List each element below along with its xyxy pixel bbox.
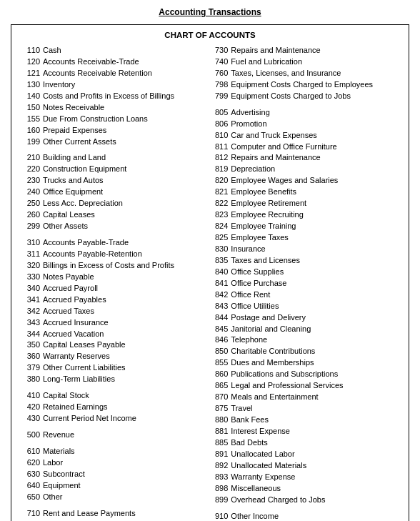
account-item: 342Accrued Taxes (20, 306, 196, 317)
account-name: Labor (43, 457, 196, 469)
account-item: 310Accounts Payable-Trade (20, 237, 196, 249)
account-number: 342 (20, 306, 40, 317)
account-number: 330 (20, 272, 40, 283)
account-name: Taxes, Licenses, and Insurance (231, 68, 400, 79)
account-number: 821 (208, 187, 228, 198)
account-name: Billings in Excess of Costs and Profits (43, 260, 196, 272)
spacer (208, 506, 400, 511)
account-name: Telephone (231, 334, 400, 346)
account-item: 892Unallocated Materials (208, 460, 400, 472)
account-number: 299 (20, 221, 40, 232)
account-item: 910Other Income (208, 511, 400, 522)
account-name: Prepaid Expenses (43, 125, 196, 137)
account-item: 250Less Acc. Depreciation (20, 198, 196, 209)
account-name: Repairs and Maintenance (231, 152, 400, 164)
account-number: 825 (208, 232, 228, 244)
account-number: 360 (20, 351, 40, 362)
account-name: Advertising (231, 107, 400, 119)
account-item: 150Notes Receivable (20, 102, 196, 114)
account-item: 842Office Rent (208, 289, 400, 301)
account-name: Employee Retirement (231, 198, 400, 209)
account-number: 898 (208, 483, 228, 495)
account-number: 910 (208, 511, 228, 522)
spacer (20, 425, 196, 430)
account-number: 110 (20, 45, 40, 56)
account-number: 140 (20, 91, 40, 102)
account-item: 885Bad Debts (208, 437, 400, 449)
account-name: Costs and Profits in Excess of Billings (43, 91, 196, 102)
account-item: 760Taxes, Licenses, and Insurance (208, 68, 400, 79)
account-item: 110Cash (20, 45, 196, 56)
account-item: 500Revenue (20, 430, 196, 441)
account-number: 430 (20, 413, 40, 425)
account-number: 310 (20, 237, 40, 249)
account-number: 199 (20, 137, 40, 148)
account-number: 842 (208, 289, 228, 301)
account-name: Dues and Memberships (231, 357, 400, 369)
account-number: 798 (208, 79, 228, 91)
left-column: 110Cash120Accounts Receivable-Trade121Ac… (20, 45, 202, 521)
account-name: Charitable Contributions (231, 346, 400, 357)
account-number: 799 (208, 91, 228, 102)
spacer (20, 232, 196, 237)
account-number: 811 (208, 142, 228, 153)
account-number: 420 (20, 402, 40, 413)
account-item: 798Equipment Costs Charged to Employees (208, 79, 400, 91)
account-name: Building and Land (43, 152, 196, 164)
account-name: Fuel and Lubrication (231, 56, 400, 68)
account-item: 822Employee Retirement (208, 198, 400, 209)
account-number: 230 (20, 175, 40, 187)
account-number: 843 (208, 301, 228, 312)
account-item: 341Accrued Payables (20, 294, 196, 306)
account-name: Cash (43, 45, 196, 56)
account-number: 806 (208, 119, 228, 130)
account-name: Car and Truck Expenses (231, 130, 400, 142)
account-number: 240 (20, 187, 40, 198)
account-number: 640 (20, 480, 40, 492)
account-item: 299Other Assets (20, 221, 196, 232)
account-number: 885 (208, 437, 228, 449)
account-item: 821Employee Benefits (208, 187, 400, 198)
account-item: 805Advertising (208, 107, 400, 119)
account-item: 893Warranty Expense (208, 472, 400, 483)
chart-container: CHART OF ACCOUNTS 110Cash120Accounts Rec… (11, 24, 409, 521)
account-item: 799Equipment Costs Charged to Jobs (208, 91, 400, 102)
account-number: 880 (208, 415, 228, 426)
account-item: 899Overhead Charged to Jobs (208, 495, 400, 506)
account-item: 210Building and Land (20, 152, 196, 164)
account-item: 840Office Supplies (208, 267, 400, 278)
account-name: Trucks and Autos (43, 175, 196, 187)
account-item: 344Accrued Vacation (20, 329, 196, 340)
account-item: 846Telephone (208, 334, 400, 346)
account-item: 410Capital Stock (20, 390, 196, 402)
account-name: Bank Fees (231, 415, 400, 426)
account-name: Legal and Professional Services (231, 380, 400, 392)
spacer (20, 385, 196, 390)
account-number: 845 (208, 324, 228, 335)
account-name: Retained Earnings (43, 402, 196, 413)
account-item: 240Office Equipment (20, 187, 196, 198)
account-name: Accounts Payable-Trade (43, 237, 196, 249)
account-name: Other (43, 492, 196, 503)
account-number: 220 (20, 164, 40, 175)
account-item: 880Bank Fees (208, 415, 400, 426)
account-number: 121 (20, 68, 40, 79)
account-name: Accrued Payroll (43, 283, 196, 294)
account-number: 855 (208, 357, 228, 369)
spacer (20, 503, 196, 508)
account-name: Employee Taxes (231, 232, 400, 244)
account-number: 610 (20, 446, 40, 457)
account-number: 410 (20, 390, 40, 402)
account-number: 380 (20, 374, 40, 385)
account-item: 360Warranty Reserves (20, 351, 196, 362)
account-name: Other Assets (43, 221, 196, 232)
account-item: 810Car and Truck Expenses (208, 130, 400, 142)
account-item: 260Capital Leases (20, 209, 196, 221)
account-number: 899 (208, 495, 228, 506)
account-name: Notes Payable (43, 272, 196, 283)
account-name: Insurance (231, 244, 400, 255)
account-name: Equipment (43, 480, 196, 492)
account-number: 760 (208, 68, 228, 79)
account-name: Bad Debts (231, 437, 400, 449)
account-number: 341 (20, 294, 40, 306)
